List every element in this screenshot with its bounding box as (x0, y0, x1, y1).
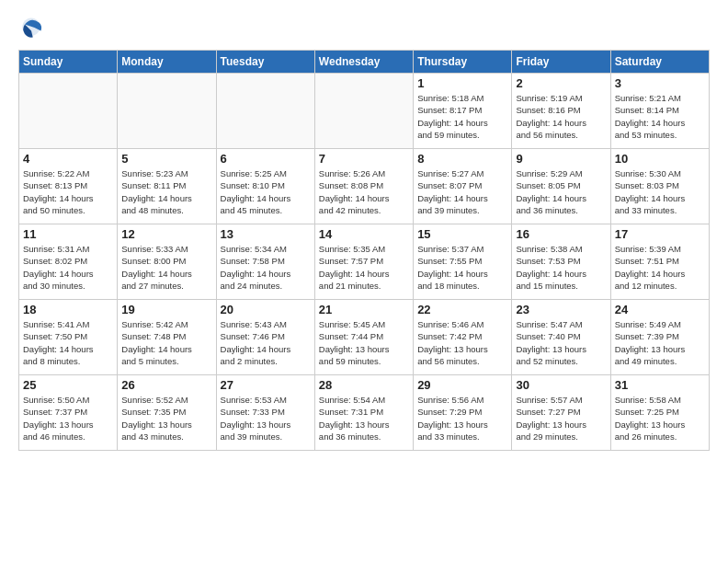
calendar-cell: 12Sunrise: 5:33 AM Sunset: 8:00 PM Dayli… (118, 224, 216, 300)
weekday-header-tuesday: Tuesday (216, 51, 314, 74)
calendar-week-1: 1Sunrise: 5:18 AM Sunset: 8:17 PM Daylig… (19, 74, 710, 149)
page: SundayMondayTuesdayWednesdayThursdayFrid… (0, 0, 728, 563)
day-number: 16 (516, 227, 606, 241)
logo (18, 15, 48, 40)
day-info: Sunrise: 5:31 AM Sunset: 8:02 PM Dayligh… (23, 243, 113, 292)
calendar-cell: 6Sunrise: 5:25 AM Sunset: 8:10 PM Daylig… (216, 149, 314, 224)
day-info: Sunrise: 5:47 AM Sunset: 7:40 PM Dayligh… (516, 318, 606, 367)
day-info: Sunrise: 5:27 AM Sunset: 8:07 PM Dayligh… (417, 167, 507, 216)
day-info: Sunrise: 5:39 AM Sunset: 7:51 PM Dayligh… (615, 243, 705, 292)
day-info: Sunrise: 5:34 AM Sunset: 7:58 PM Dayligh… (221, 243, 311, 292)
day-number: 10 (615, 152, 705, 166)
calendar-cell: 25Sunrise: 5:50 AM Sunset: 7:37 PM Dayli… (19, 375, 118, 451)
calendar-cell (19, 74, 118, 149)
day-number: 20 (221, 303, 311, 316)
day-info: Sunrise: 5:56 AM Sunset: 7:29 PM Dayligh… (417, 394, 507, 442)
day-number: 1 (417, 76, 507, 90)
day-info: Sunrise: 5:33 AM Sunset: 8:00 PM Dayligh… (121, 243, 211, 292)
day-info: Sunrise: 5:45 AM Sunset: 7:44 PM Dayligh… (319, 318, 409, 367)
calendar-cell: 19Sunrise: 5:42 AM Sunset: 7:48 PM Dayli… (118, 300, 216, 375)
day-info: Sunrise: 5:54 AM Sunset: 7:31 PM Dayligh… (319, 394, 409, 442)
day-number: 17 (615, 227, 705, 241)
day-info: Sunrise: 5:49 AM Sunset: 7:39 PM Dayligh… (615, 318, 705, 367)
calendar-cell: 1Sunrise: 5:18 AM Sunset: 8:17 PM Daylig… (414, 74, 512, 149)
day-number: 27 (221, 378, 311, 392)
weekday-header-wednesday: Wednesday (314, 51, 413, 74)
calendar-cell: 15Sunrise: 5:37 AM Sunset: 7:55 PM Dayli… (414, 224, 512, 300)
day-number: 6 (221, 152, 311, 166)
day-info: Sunrise: 5:43 AM Sunset: 7:46 PM Dayligh… (221, 318, 311, 367)
logo-icon (18, 15, 44, 40)
calendar-cell: 2Sunrise: 5:19 AM Sunset: 8:16 PM Daylig… (512, 74, 610, 149)
day-number: 25 (23, 378, 113, 392)
calendar-cell: 7Sunrise: 5:26 AM Sunset: 8:08 PM Daylig… (314, 149, 413, 224)
calendar-week-5: 25Sunrise: 5:50 AM Sunset: 7:37 PM Dayli… (19, 375, 710, 451)
calendar-cell: 26Sunrise: 5:52 AM Sunset: 7:35 PM Dayli… (118, 375, 216, 451)
day-number: 13 (221, 227, 311, 241)
day-info: Sunrise: 5:22 AM Sunset: 8:13 PM Dayligh… (23, 167, 113, 216)
calendar-cell: 3Sunrise: 5:21 AM Sunset: 8:14 PM Daylig… (610, 74, 709, 149)
day-info: Sunrise: 5:25 AM Sunset: 8:10 PM Dayligh… (221, 167, 311, 216)
calendar-cell: 8Sunrise: 5:27 AM Sunset: 8:07 PM Daylig… (414, 149, 512, 224)
weekday-header-row: SundayMondayTuesdayWednesdayThursdayFrid… (19, 51, 710, 74)
day-number: 11 (23, 227, 113, 241)
calendar-cell: 10Sunrise: 5:30 AM Sunset: 8:03 PM Dayli… (610, 149, 709, 224)
day-info: Sunrise: 5:37 AM Sunset: 7:55 PM Dayligh… (417, 243, 507, 292)
day-number: 8 (417, 152, 507, 166)
day-info: Sunrise: 5:35 AM Sunset: 7:57 PM Dayligh… (319, 243, 409, 292)
calendar-cell: 5Sunrise: 5:23 AM Sunset: 8:11 PM Daylig… (118, 149, 216, 224)
day-info: Sunrise: 5:29 AM Sunset: 8:05 PM Dayligh… (516, 167, 606, 216)
weekday-header-saturday: Saturday (610, 51, 709, 74)
header (18, 15, 710, 40)
day-number: 12 (121, 227, 211, 241)
day-info: Sunrise: 5:46 AM Sunset: 7:42 PM Dayligh… (417, 318, 507, 367)
day-info: Sunrise: 5:58 AM Sunset: 7:25 PM Dayligh… (615, 394, 705, 442)
weekday-header-sunday: Sunday (19, 51, 118, 74)
day-info: Sunrise: 5:38 AM Sunset: 7:53 PM Dayligh… (516, 243, 606, 292)
day-info: Sunrise: 5:52 AM Sunset: 7:35 PM Dayligh… (121, 394, 211, 442)
day-number: 26 (121, 378, 211, 392)
day-number: 19 (121, 303, 211, 316)
day-number: 3 (615, 76, 705, 90)
calendar-cell: 20Sunrise: 5:43 AM Sunset: 7:46 PM Dayli… (216, 300, 314, 375)
calendar-week-3: 11Sunrise: 5:31 AM Sunset: 8:02 PM Dayli… (19, 224, 710, 300)
day-number: 18 (23, 303, 113, 316)
day-number: 9 (516, 152, 606, 166)
calendar-cell: 31Sunrise: 5:58 AM Sunset: 7:25 PM Dayli… (610, 375, 709, 451)
calendar-cell (216, 74, 314, 149)
calendar-cell: 29Sunrise: 5:56 AM Sunset: 7:29 PM Dayli… (414, 375, 512, 451)
day-number: 23 (516, 303, 606, 316)
day-info: Sunrise: 5:50 AM Sunset: 7:37 PM Dayligh… (23, 394, 113, 442)
day-number: 14 (319, 227, 409, 241)
calendar-body: 1Sunrise: 5:18 AM Sunset: 8:17 PM Daylig… (19, 74, 710, 451)
day-number: 4 (23, 152, 113, 166)
day-info: Sunrise: 5:21 AM Sunset: 8:14 PM Dayligh… (615, 92, 705, 141)
calendar-cell: 18Sunrise: 5:41 AM Sunset: 7:50 PM Dayli… (19, 300, 118, 375)
calendar-week-2: 4Sunrise: 5:22 AM Sunset: 8:13 PM Daylig… (19, 149, 710, 224)
day-info: Sunrise: 5:18 AM Sunset: 8:17 PM Dayligh… (417, 92, 507, 141)
day-info: Sunrise: 5:53 AM Sunset: 7:33 PM Dayligh… (221, 394, 311, 442)
day-info: Sunrise: 5:41 AM Sunset: 7:50 PM Dayligh… (23, 318, 113, 367)
calendar-cell: 14Sunrise: 5:35 AM Sunset: 7:57 PM Dayli… (314, 224, 413, 300)
day-number: 21 (319, 303, 409, 316)
calendar-cell: 13Sunrise: 5:34 AM Sunset: 7:58 PM Dayli… (216, 224, 314, 300)
calendar-cell: 21Sunrise: 5:45 AM Sunset: 7:44 PM Dayli… (314, 300, 413, 375)
calendar-cell: 11Sunrise: 5:31 AM Sunset: 8:02 PM Dayli… (19, 224, 118, 300)
calendar-cell (118, 74, 216, 149)
calendar-cell: 28Sunrise: 5:54 AM Sunset: 7:31 PM Dayli… (314, 375, 413, 451)
calendar-cell: 22Sunrise: 5:46 AM Sunset: 7:42 PM Dayli… (414, 300, 512, 375)
calendar-cell: 4Sunrise: 5:22 AM Sunset: 8:13 PM Daylig… (19, 149, 118, 224)
day-number: 28 (319, 378, 409, 392)
day-number: 24 (615, 303, 705, 316)
weekday-header-monday: Monday (118, 51, 216, 74)
day-number: 31 (615, 378, 705, 392)
day-number: 29 (417, 378, 507, 392)
calendar-cell: 27Sunrise: 5:53 AM Sunset: 7:33 PM Dayli… (216, 375, 314, 451)
day-number: 7 (319, 152, 409, 166)
calendar-cell: 24Sunrise: 5:49 AM Sunset: 7:39 PM Dayli… (610, 300, 709, 375)
calendar-cell: 17Sunrise: 5:39 AM Sunset: 7:51 PM Dayli… (610, 224, 709, 300)
day-number: 15 (417, 227, 507, 241)
day-info: Sunrise: 5:57 AM Sunset: 7:27 PM Dayligh… (516, 394, 606, 442)
calendar-table: SundayMondayTuesdayWednesdayThursdayFrid… (18, 50, 710, 451)
day-number: 5 (121, 152, 211, 166)
